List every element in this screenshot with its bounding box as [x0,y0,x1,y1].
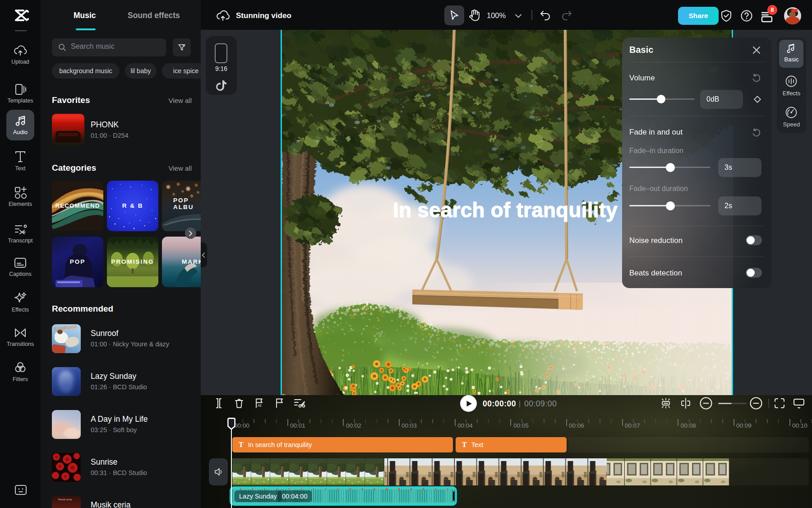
svg-text:AI: AI [258,403,262,408]
